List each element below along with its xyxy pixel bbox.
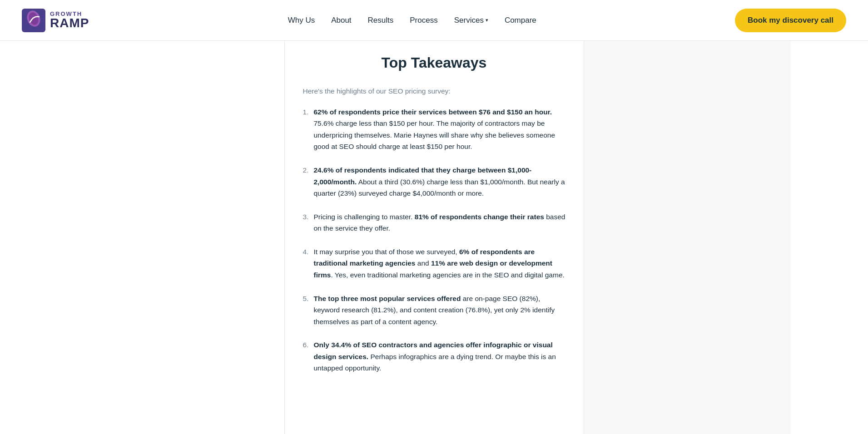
list-content: The top three most popular services offe… [314,293,565,328]
logo-ramp-label: RAMP [50,17,89,30]
list-number: 5. [303,293,310,328]
list-number: 3. [303,211,310,234]
chevron-down-icon: ▾ [486,17,488,23]
list-item: 2. 24.6% of respondents indicated that t… [303,164,565,199]
bold-text: The top three most popular services offe… [314,295,461,302]
navbar: GROWTH RAMP Why Us About Results Process… [0,0,868,41]
nav-link-why-us[interactable]: Why Us [288,16,315,25]
list-content: 24.6% of respondents indicated that they… [314,164,565,199]
list-number: 6. [303,339,310,374]
list-number: 4. [303,246,310,281]
left-sidebar [78,41,284,434]
book-discovery-button[interactable]: Book my discovery call [735,9,846,32]
nav-link-compare[interactable]: Compare [505,16,536,25]
intro-text: Here's the highlights of our SEO pricing… [303,86,565,97]
regular-text: It may surprise you that of those we sur… [314,248,459,256]
list-content: Only 34.4% of SEO contractors and agenci… [314,339,565,374]
section-title: Top Takeaways [303,54,565,71]
list-content: 62% of respondents price their services … [314,106,565,153]
list-item: 1. 62% of respondents price their servic… [303,106,565,153]
list-item: 3. Pricing is challenging to master. 81%… [303,211,565,234]
nav-link-process[interactable]: Process [410,16,437,25]
nav-link-services[interactable]: Services ▾ [454,16,488,25]
list-item: 4. It may surprise you that of those we … [303,246,565,281]
list-number: 2. [303,164,310,199]
nav-link-results[interactable]: Results [368,16,394,25]
list-item: 5. The top three most popular services o… [303,293,565,328]
bold-text: 81% of respondents change their rates [415,213,544,221]
regular-text: . Yes, even traditional marketing agenci… [331,271,564,279]
regular-text: Pricing is challenging to master. [314,213,415,221]
regular-text: and [415,259,431,267]
right-sidebar [584,41,791,434]
nav-link-about[interactable]: About [331,16,351,25]
list-item: 6. Only 34.4% of SEO contractors and age… [303,339,565,374]
regular-text: 75.6% charge less than $150 per hour. Th… [314,119,556,150]
list-content: It may surprise you that of those we sur… [314,246,565,281]
logo[interactable]: GROWTH RAMP [22,9,89,32]
list-number: 1. [303,106,310,153]
takeaways-list: 1. 62% of respondents price their servic… [303,106,565,374]
logo-text: GROWTH RAMP [50,11,89,30]
logo-icon [22,9,45,32]
nav-links: Why Us About Results Process Services ▾ … [288,16,536,25]
content-column: Top Takeaways Here's the highlights of o… [284,41,584,434]
bold-text: 62% of respondents price their services … [314,108,552,116]
page-wrapper: Top Takeaways Here's the highlights of o… [0,41,868,434]
list-content: Pricing is challenging to master. 81% of… [314,211,565,234]
